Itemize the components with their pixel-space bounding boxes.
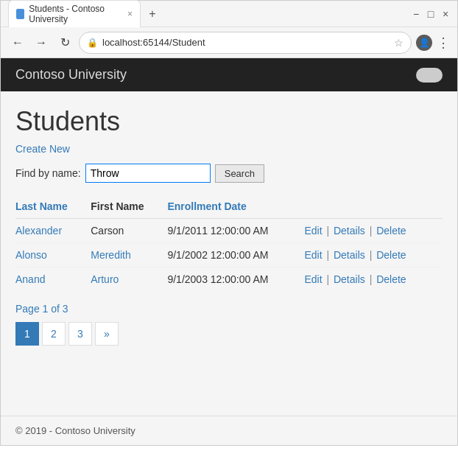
col-last-name[interactable]: Last Name — [15, 195, 91, 219]
back-button[interactable]: ← — [8, 33, 27, 52]
col-first-name: First Name — [91, 195, 167, 219]
search-input[interactable] — [85, 164, 211, 183]
action-edit-link[interactable]: Edit — [304, 273, 322, 285]
action-separator: | — [367, 249, 375, 261]
window-controls: − □ × — [412, 10, 450, 18]
cell-enrollment-date: 9/1/2003 12:00:00 AM — [167, 267, 304, 292]
page-footer: © 2019 - Contoso University — [1, 416, 457, 445]
col-enrollment-date[interactable]: Enrollment Date — [167, 195, 304, 219]
pagination-page-3[interactable]: 3 — [68, 322, 92, 346]
action-separator: | — [367, 273, 375, 285]
action-delete-link[interactable]: Delete — [376, 273, 406, 285]
action-edit-link[interactable]: Edit — [304, 225, 322, 237]
action-details-link[interactable]: Details — [334, 225, 365, 237]
maximize-button[interactable]: □ — [426, 10, 435, 18]
header-toggle[interactable] — [416, 68, 443, 83]
first-name-link[interactable]: Meredith — [91, 249, 130, 261]
security-icon: 🔒 — [87, 38, 98, 48]
cell-actions: Edit | Details | Delete — [304, 267, 443, 292]
pagination-page-2[interactable]: 2 — [42, 322, 66, 346]
cell-last-name: Alexander — [15, 219, 91, 243]
title-bar-left: Students - Contoso University × + — [8, 0, 161, 27]
pagination-info: Page 1 of 3 — [15, 303, 443, 315]
cell-actions: Edit | Details | Delete — [304, 219, 443, 243]
cell-enrollment-date: 9/1/2002 12:00:00 AM — [167, 243, 304, 267]
create-new-link[interactable]: Create New — [15, 143, 70, 155]
cell-last-name: Alonso — [15, 243, 91, 267]
page-content: Students Create New Find by name: Search… — [1, 91, 457, 416]
pagination-page-1[interactable]: 1 — [15, 322, 39, 346]
new-tab-button[interactable]: + — [144, 5, 161, 23]
col-actions — [304, 195, 443, 219]
cell-first-name: Meredith — [91, 243, 167, 267]
bookmark-icon[interactable]: ☆ — [394, 37, 404, 49]
table-row: AlonsoMeredith9/1/2002 12:00:00 AMEdit |… — [15, 243, 443, 267]
browser-tab[interactable]: Students - Contoso University × — [8, 0, 141, 27]
reload-button[interactable]: ↻ — [55, 33, 74, 52]
tab-title: Students - Contoso University — [29, 4, 123, 24]
last-name-link[interactable]: Alonso — [15, 249, 47, 261]
cell-first-name: Arturo — [91, 267, 167, 292]
search-button[interactable]: Search — [215, 164, 264, 183]
cell-actions: Edit | Details | Delete — [304, 243, 443, 267]
first-name-link[interactable]: Arturo — [91, 273, 119, 285]
tab-favicon — [16, 9, 24, 19]
cell-first-name: Carson — [91, 219, 167, 243]
minimize-button[interactable]: − — [412, 10, 420, 18]
nav-bar: ← → ↻ 🔒 localhost:65144/Student ☆ 👤 ⋮ — [1, 27, 457, 58]
footer-text: © 2019 - Contoso University — [15, 425, 135, 436]
close-button[interactable]: × — [441, 10, 450, 18]
students-table: Last Name First Name Enrollment Date Ale… — [15, 195, 443, 291]
browser-window: Students - Contoso University × + − □ × … — [0, 0, 458, 446]
search-form: Find by name: Search — [15, 164, 443, 183]
cell-last-name: Anand — [15, 267, 91, 292]
page-title: Students — [15, 106, 443, 137]
tab-close-icon[interactable]: × — [127, 9, 133, 19]
table-row: AlexanderCarson9/1/2011 12:00:00 AMEdit … — [15, 219, 443, 243]
browser-menu-icon[interactable]: ⋮ — [437, 35, 450, 51]
app-title: Contoso University — [15, 67, 127, 83]
action-separator: | — [324, 249, 332, 261]
action-separator: | — [324, 273, 332, 285]
action-details-link[interactable]: Details — [334, 249, 365, 261]
cell-enrollment-date: 9/1/2011 12:00:00 AM — [167, 219, 304, 243]
app-header: Contoso University — [1, 58, 457, 91]
action-edit-link[interactable]: Edit — [304, 249, 322, 261]
action-delete-link[interactable]: Delete — [376, 249, 406, 261]
action-separator: | — [324, 225, 332, 237]
last-name-link[interactable]: Alexander — [15, 225, 62, 237]
profile-icon[interactable]: 👤 — [416, 35, 432, 51]
find-label: Find by name: — [15, 167, 81, 179]
address-bar[interactable]: 🔒 localhost:65144/Student ☆ — [79, 32, 412, 54]
pagination: 123» — [15, 322, 443, 346]
action-delete-link[interactable]: Delete — [376, 225, 406, 237]
url-display: localhost:65144/Student — [102, 37, 390, 48]
table-row: AnandArturo9/1/2003 12:00:00 AMEdit | De… — [15, 267, 443, 292]
table-header-row: Last Name First Name Enrollment Date — [15, 195, 443, 219]
pagination-next[interactable]: » — [95, 322, 119, 346]
title-bar: Students - Contoso University × + − □ × — [1, 1, 457, 27]
last-name-link[interactable]: Anand — [15, 273, 45, 285]
action-details-link[interactable]: Details — [334, 273, 365, 285]
action-separator: | — [367, 225, 375, 237]
forward-button[interactable]: → — [32, 33, 51, 52]
